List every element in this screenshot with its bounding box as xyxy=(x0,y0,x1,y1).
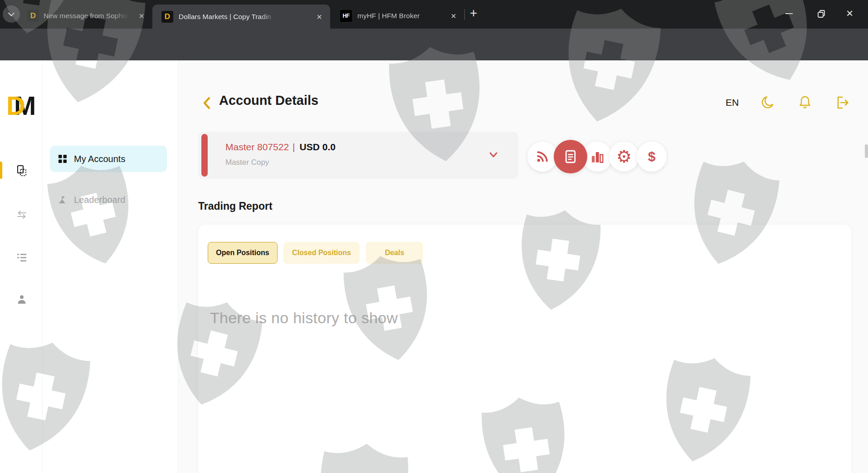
copy-trading-icon[interactable] xyxy=(15,164,28,177)
sidebar: Copy Trading My Accounts Leaderboard xyxy=(43,60,178,473)
tab-title: myHF | HFM Broker xyxy=(357,12,437,20)
dollars-markets-favicon: D xyxy=(27,10,39,22)
chevron-down-icon xyxy=(8,10,15,16)
account-balance: USD 0.0 xyxy=(300,142,336,153)
tab-search-button[interactable] xyxy=(3,5,20,23)
transfer-icon[interactable] xyxy=(15,208,28,221)
tab-deals[interactable]: Deals xyxy=(366,242,423,264)
account-summary-card[interactable]: Master 807522 | USD 0.0 Master Copy xyxy=(198,132,518,179)
browser-tab-bar: D New message from Sophia F × D Dollars … xyxy=(0,0,868,29)
new-tab-button[interactable]: + xyxy=(470,6,477,20)
tab-open-positions[interactable]: Open Positions xyxy=(208,242,278,264)
empty-state-message: There is no history to show xyxy=(210,309,398,327)
browser-tab-1[interactable]: D New message from Sophia F × xyxy=(21,6,151,25)
page-title: Account Details xyxy=(219,93,318,108)
tab-title: Dollars Markets | Copy Tradin xyxy=(179,13,278,21)
scrollbar-thumb[interactable] xyxy=(865,144,868,158)
tab-separator xyxy=(464,9,465,20)
orders-list-icon[interactable] xyxy=(15,251,28,264)
dark-mode-moon-icon[interactable] xyxy=(760,94,776,111)
rss-icon xyxy=(535,149,550,164)
logout-icon[interactable] xyxy=(834,94,850,111)
active-rail-indicator xyxy=(0,162,2,179)
language-selector[interactable]: EN xyxy=(726,97,739,108)
browser-tab-2-active[interactable]: D Dollars Markets | Copy Tradin × xyxy=(152,5,330,29)
signal-rss-button[interactable] xyxy=(527,142,557,172)
gear-icon: ⚙ xyxy=(616,147,632,167)
minimize-icon xyxy=(785,13,793,14)
close-tab-icon[interactable]: × xyxy=(317,12,322,21)
minimize-button[interactable] xyxy=(785,7,793,14)
sidebar-item-label: My Accounts xyxy=(74,154,125,164)
trading-report-card: Open Positions Closed Positions Deals Th… xyxy=(198,225,851,473)
restore-icon xyxy=(816,9,826,19)
dollars-markets-logo: M D xyxy=(6,90,36,118)
sidebar-item-my-accounts[interactable]: My Accounts xyxy=(50,146,167,172)
report-tabs: Open Positions Closed Positions Deals xyxy=(208,242,423,264)
section-heading: Trading Report xyxy=(198,200,273,212)
sidebar-item-leaderboard[interactable]: Leaderboard xyxy=(50,188,167,211)
hfm-favicon: HF xyxy=(340,10,352,22)
logo-letter-d: D xyxy=(6,90,25,121)
dollar-icon: $ xyxy=(648,149,656,164)
browser-tab-3[interactable]: HF myHF | HFM Broker × xyxy=(336,6,462,25)
document-icon xyxy=(562,148,579,165)
close-window-button[interactable]: × xyxy=(846,6,853,20)
account-name: Master 807522 xyxy=(225,142,289,153)
sidebar-item-label: Leaderboard xyxy=(74,195,125,205)
dollars-markets-favicon: D xyxy=(161,11,173,23)
account-type: Master Copy xyxy=(225,158,269,167)
divider: | xyxy=(293,142,295,153)
trading-report-button[interactable] xyxy=(554,140,587,173)
icon-rail: M D xyxy=(0,60,43,473)
bar-chart-icon xyxy=(590,149,605,164)
close-tab-icon[interactable]: × xyxy=(451,11,456,20)
back-button[interactable] xyxy=(202,96,212,110)
profile-icon[interactable] xyxy=(15,293,28,306)
funds-button[interactable]: $ xyxy=(637,142,667,172)
tab-title: New message from Sophia F xyxy=(44,12,129,20)
notifications-bell-icon[interactable] xyxy=(797,94,813,111)
settings-button[interactable]: ⚙ xyxy=(609,142,639,172)
screen: D New message from Sophia F × D Dollars … xyxy=(0,0,868,473)
tab-closed-positions[interactable]: Closed Positions xyxy=(283,242,360,264)
close-tab-icon[interactable]: × xyxy=(139,11,144,20)
browser-toolbar: my.dollarsmarketsmy.com/en/copy/accounts… xyxy=(0,29,868,60)
grid-icon xyxy=(58,154,68,164)
restore-button[interactable] xyxy=(816,9,826,21)
account-status-bar xyxy=(201,134,208,177)
expand-chevron-icon[interactable] xyxy=(488,149,499,161)
leaderboard-flag-icon xyxy=(58,195,68,205)
